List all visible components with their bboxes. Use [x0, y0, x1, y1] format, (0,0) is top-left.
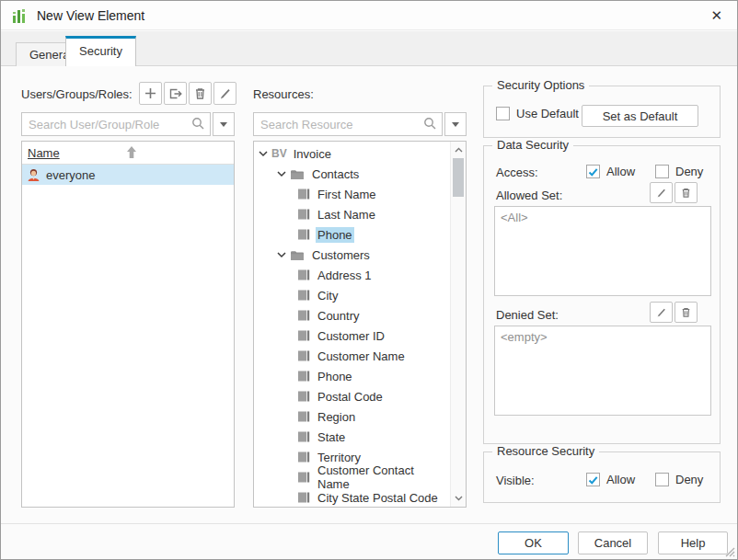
trash-icon	[194, 87, 206, 99]
resource-search-dropdown-button[interactable]	[444, 112, 467, 136]
field-icon	[297, 390, 310, 403]
tree-item[interactable]: Region	[254, 406, 450, 427]
tree-item[interactable]: BV Invoice	[254, 143, 450, 164]
access-deny-checkbox[interactable]	[655, 165, 669, 178]
tree-item-label: Phone	[316, 369, 354, 384]
field-icon	[297, 269, 310, 281]
field-icon	[297, 349, 310, 362]
users-toolbar	[139, 82, 236, 105]
field-icon	[297, 471, 310, 484]
tree-item[interactable]: Customers	[254, 245, 450, 265]
tree-item[interactable]: City	[254, 285, 450, 305]
chevron-down-icon	[452, 122, 459, 127]
delete-user-button[interactable]	[189, 82, 212, 105]
visible-allow-checkbox[interactable]	[586, 473, 600, 486]
allowed-set-edit-button[interactable]	[650, 182, 673, 203]
access-allow-checkbox[interactable]	[586, 165, 600, 178]
tree-item-label: Customers	[310, 247, 372, 263]
field-icon	[297, 370, 310, 383]
tree-item-label: Customer Contact Name	[316, 463, 450, 492]
field-icon	[297, 451, 310, 463]
data-security-group: Data Security Access: Allow Deny Allowed…	[483, 145, 721, 444]
user-search-dropdown-button[interactable]	[213, 112, 235, 136]
set-as-default-button[interactable]: Set as Default	[582, 105, 698, 127]
visible-deny-label: Deny	[675, 473, 703, 486]
allowed-set-box[interactable]: <All>	[494, 206, 711, 296]
tree-scrollbar[interactable]	[450, 142, 466, 507]
resources-search-row	[253, 112, 467, 136]
tree-item[interactable]: Postal Code	[254, 386, 450, 406]
resource-search-input[interactable]	[253, 112, 443, 136]
tab-strip: General Security	[1, 31, 737, 65]
users-list-body: everyone	[22, 165, 234, 185]
user-search-input[interactable]	[21, 112, 211, 136]
new-view-element-dialog: New View Element ✕ General Security User…	[0, 0, 738, 560]
tree-item-label: Region	[316, 409, 357, 425]
denied-set-delete-button[interactable]	[675, 302, 698, 323]
tab-security[interactable]: Security	[65, 36, 136, 66]
scrollbar-thumb[interactable]	[453, 158, 464, 197]
tree-item[interactable]: Address 1	[254, 265, 450, 285]
pencil-icon	[656, 306, 666, 318]
tree-item-label: Postal Code	[316, 389, 385, 405]
users-list-header[interactable]: Name	[22, 142, 234, 165]
use-default-label: Use Default	[516, 107, 579, 120]
tree-item[interactable]: Phone	[254, 366, 450, 386]
tree-item[interactable]: Contacts	[254, 164, 450, 184]
resize-grip[interactable]	[723, 545, 735, 557]
tree-item-label: Invoice	[292, 146, 333, 162]
tree-item-label: City	[316, 288, 340, 303]
help-button[interactable]: Help	[658, 531, 728, 554]
app-logo-icon	[12, 7, 29, 24]
chevron-down-icon[interactable]	[276, 170, 287, 177]
tree-item[interactable]: Phone	[254, 224, 450, 245]
data-security-title: Data Security	[492, 138, 573, 152]
box-arrow-right-icon	[169, 87, 182, 99]
ok-button[interactable]: OK	[498, 531, 569, 554]
trash-icon	[681, 187, 691, 199]
tree-item[interactable]: State	[254, 427, 450, 447]
chevron-down-icon[interactable]	[258, 150, 269, 157]
tree-item[interactable]: Last Name	[254, 204, 450, 224]
tree-item[interactable]: Customer Name	[254, 346, 450, 366]
field-icon	[297, 208, 310, 221]
tree-item-label: Address 1	[316, 268, 374, 283]
access-allow-checkline: Allow	[586, 165, 635, 178]
export-user-button[interactable]	[164, 82, 187, 105]
tree-item[interactable]: Country	[254, 305, 450, 326]
scroll-up-icon[interactable]	[451, 143, 466, 157]
tree-item-label: First Name	[316, 187, 378, 202]
name-column-header[interactable]: Name	[28, 146, 60, 160]
add-user-button[interactable]	[139, 82, 162, 105]
check-icon	[588, 167, 598, 177]
search-icon	[423, 117, 437, 131]
field-icon	[297, 309, 310, 322]
security-options-title: Security Options	[492, 78, 589, 92]
cancel-button[interactable]: Cancel	[578, 531, 648, 554]
edit-user-button[interactable]	[213, 82, 236, 105]
tree-item[interactable]: Customer Contact Name	[254, 467, 450, 487]
denied-set-box[interactable]: <empty>	[494, 326, 711, 416]
chevron-down-icon[interactable]	[276, 251, 287, 258]
visible-allow-checkline: Allow	[586, 473, 635, 486]
denied-set-edit-button[interactable]	[650, 302, 673, 323]
user-list-row[interactable]: everyone	[22, 165, 234, 185]
allowed-set-delete-button[interactable]	[675, 182, 698, 203]
resource-security-group: Resource Security Visible: Allow Deny	[483, 451, 721, 503]
tree-item[interactable]: City State Postal Code	[254, 487, 450, 508]
visible-allow-label: Allow	[606, 473, 635, 486]
visible-deny-checkbox[interactable]	[655, 473, 669, 486]
tree-item-label: State	[316, 429, 347, 445]
field-icon	[297, 289, 310, 302]
resources-label: Resources:	[253, 87, 314, 101]
scroll-down-icon[interactable]	[451, 491, 466, 506]
user-icon	[27, 168, 40, 182]
tree-item[interactable]: First Name	[254, 184, 450, 204]
user-row-label: everyone	[46, 168, 95, 182]
use-default-checkbox[interactable]	[496, 107, 510, 120]
tree-item[interactable]: Customer ID	[254, 326, 450, 346]
resources-tree-panel: BV Invoice Contacts First Name	[253, 141, 467, 508]
close-icon[interactable]: ✕	[707, 6, 726, 24]
plus-icon	[144, 87, 156, 99]
tree-item-label: Customer ID	[316, 328, 386, 344]
